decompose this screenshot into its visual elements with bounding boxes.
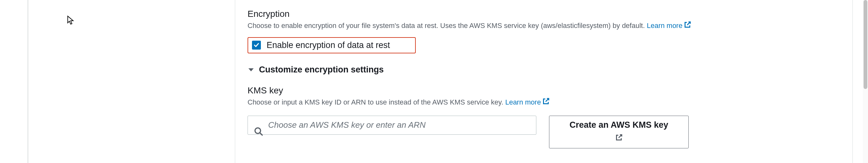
enable-encryption-checkbox-row[interactable]: Enable encryption of data at rest bbox=[248, 37, 416, 53]
scrollbar-track[interactable] bbox=[863, 0, 868, 163]
scrollbar-thumb[interactable] bbox=[864, 0, 867, 89]
customize-encryption-label: Customize encryption settings bbox=[259, 65, 384, 75]
search-icon bbox=[254, 127, 263, 137]
kms-key-title: KMS key bbox=[248, 85, 835, 96]
panel-border-left bbox=[235, 0, 235, 163]
external-link-icon bbox=[684, 21, 691, 31]
external-link-icon bbox=[615, 133, 623, 145]
create-kms-key-button[interactable]: Create an AWS KMS key bbox=[549, 116, 689, 149]
caret-down-icon bbox=[248, 66, 254, 73]
kms-key-search-wrapper bbox=[248, 116, 536, 149]
panel-border-right bbox=[852, 0, 853, 163]
kms-description-text: Choose or input a KMS key ID or ARN to u… bbox=[248, 98, 505, 106]
enable-encryption-checkbox[interactable] bbox=[252, 41, 261, 50]
external-link-icon bbox=[542, 98, 550, 108]
customize-encryption-expander[interactable]: Customize encryption settings bbox=[248, 65, 835, 75]
create-kms-key-label: Create an AWS KMS key bbox=[569, 119, 668, 131]
encryption-description: Choose to enable encryption of your file… bbox=[248, 21, 835, 31]
kms-key-input[interactable] bbox=[248, 116, 536, 135]
learn-more-text: Learn more bbox=[647, 22, 683, 30]
sidebar-divider bbox=[28, 0, 28, 163]
enable-encryption-label: Enable encryption of data at rest bbox=[267, 40, 390, 50]
encryption-learn-more-link[interactable]: Learn more bbox=[647, 22, 691, 30]
learn-more-text: Learn more bbox=[505, 98, 541, 106]
encryption-description-text: Choose to enable encryption of your file… bbox=[248, 22, 647, 30]
kms-key-description: Choose or input a KMS key ID or ARN to u… bbox=[248, 98, 835, 108]
kms-learn-more-link[interactable]: Learn more bbox=[505, 98, 550, 106]
cursor-icon bbox=[67, 15, 75, 27]
encryption-title: Encryption bbox=[248, 9, 835, 19]
check-icon bbox=[253, 42, 259, 48]
